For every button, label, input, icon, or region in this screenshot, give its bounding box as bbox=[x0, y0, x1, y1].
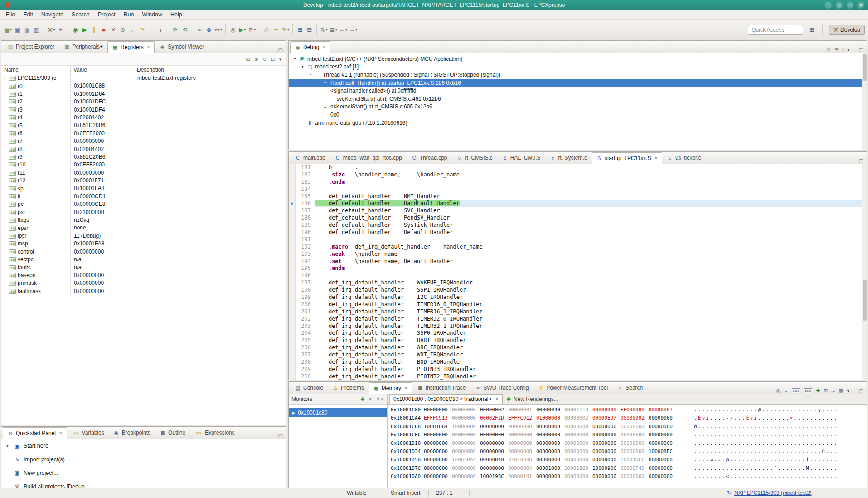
register-row[interactable]: 1010r00x10001C88 bbox=[1, 82, 286, 90]
memory-cell[interactable]: FF000000 bbox=[621, 406, 649, 414]
code-line[interactable]: 182 .size \handler_name, . - \handler_na… bbox=[289, 171, 867, 179]
memory-row[interactable]: 0x10001D10000000000000000000000000000000… bbox=[388, 439, 867, 448]
memory-cell[interactable]: 00000040 bbox=[536, 406, 564, 414]
quickstart-item-start-here[interactable]: ▾▣Start here bbox=[1, 439, 286, 453]
unlink-icon[interactable]: ⊗ bbox=[204, 24, 213, 35]
annotate-icon[interactable]: ✎▾ bbox=[281, 24, 290, 35]
add-rendering-icon[interactable]: ✚ bbox=[506, 396, 511, 402]
link-icon[interactable]: ∞ bbox=[194, 24, 204, 35]
memory-cell[interactable]: 01040300 bbox=[508, 456, 536, 464]
code-line[interactable]: 190 def_default_handler Default_Handler bbox=[289, 229, 867, 236]
remove-register-group-icon[interactable]: ⊖ bbox=[262, 56, 267, 62]
menu-navigate[interactable]: Navigate bbox=[37, 10, 68, 19]
new-window-icon[interactable]: ⊞ bbox=[295, 24, 305, 35]
code-line[interactable]: 202 def_irq_default_handler TIMER32_0_IR… bbox=[289, 316, 867, 323]
clean-icon[interactable]: ✦ bbox=[56, 24, 65, 35]
close-tab-icon[interactable]: ✕ bbox=[495, 397, 499, 401]
memory-row[interactable]: 0x10001C80000000000000000000000002000000… bbox=[388, 406, 867, 414]
pause-icon[interactable]: ∥ bbox=[89, 24, 99, 35]
editor-scrollbar[interactable] bbox=[862, 164, 867, 380]
run-config-icon[interactable]: ▶▾ bbox=[238, 24, 247, 35]
memory-cell[interactable]: 00000000 bbox=[536, 439, 564, 448]
memory-cell[interactable]: 00000000 bbox=[649, 464, 677, 473]
tab-outline[interactable]: ≣Outline bbox=[155, 427, 190, 439]
maximize-view-icon[interactable]: ▢ bbox=[278, 433, 283, 439]
menu-window[interactable]: Window bbox=[138, 10, 166, 19]
memory-cell[interactable]: 00000000 bbox=[621, 448, 649, 456]
tab-project-explorer[interactable]: ▤Project Explorer bbox=[3, 41, 59, 53]
tab-expressions[interactable]: x+yExpressions bbox=[190, 427, 239, 439]
tab-debug[interactable]: ◉Debug✕ bbox=[290, 41, 330, 53]
code-line[interactable]: 204 def_irq_default_handler SSP0_IRQHand… bbox=[289, 330, 867, 337]
memory-cell[interactable]: 00000000 bbox=[649, 456, 677, 464]
memory-cell[interactable]: 00000002 bbox=[621, 414, 649, 422]
code-line[interactable]: 187 def_default_handler SVC_Handler bbox=[289, 207, 867, 215]
step-into-icon[interactable]: ↓ bbox=[127, 24, 137, 35]
filter-icon[interactable]: ≣▾ bbox=[329, 24, 338, 35]
memory-cell[interactable]: 00000000 bbox=[592, 431, 621, 439]
register-row[interactable]: 1010control0x00000000 bbox=[1, 248, 286, 256]
minimize-view-icon[interactable]: − bbox=[853, 388, 855, 394]
tab-variables[interactable]: (x)=Variables bbox=[67, 427, 109, 439]
code-line[interactable]: 210 def_irq_default_handler PIOINT2_IRQH… bbox=[289, 373, 867, 380]
code-line[interactable]: 207 def_irq_default_handler WDT_IRQHandl… bbox=[289, 352, 867, 359]
instruction-stepping-icon[interactable]: i bbox=[156, 24, 165, 35]
run-icon[interactable]: ▶ bbox=[80, 24, 89, 35]
close-tab-icon[interactable]: ✕ bbox=[654, 156, 658, 161]
register-row[interactable]: 1010basepri0x00000000 bbox=[1, 272, 286, 279]
memory-cell[interactable]: 00000000 bbox=[564, 431, 592, 439]
debug-scrollbar[interactable] bbox=[862, 53, 867, 150]
memory-cell[interactable]: 00000000 bbox=[452, 414, 480, 422]
forward-icon[interactable]: →▾ bbox=[348, 24, 358, 35]
memory-cell[interactable]: 100008FC bbox=[649, 448, 677, 456]
memory-cell[interactable]: 00000000 bbox=[536, 456, 564, 464]
memory-row[interactable]: 0x10001CEC000000000000000000000000000000… bbox=[388, 431, 867, 439]
memory-cell[interactable]: 00000000 bbox=[621, 473, 649, 481]
register-row[interactable]: 1010pc0x00000CE8 bbox=[1, 200, 286, 208]
memory-cell[interactable]: 10001DA4 bbox=[452, 456, 480, 464]
quickstart-item-import-project-s[interactable]: ⇘Import project(s) bbox=[1, 453, 286, 466]
memory-cell[interactable]: 1000193C bbox=[480, 473, 508, 481]
register-row[interactable]: 1010msp0x10001FA8 bbox=[1, 240, 286, 248]
memory-cell[interactable]: 00000000 bbox=[649, 414, 677, 422]
rendering-tab-new-renderings[interactable]: ✚New Renderings... bbox=[503, 394, 562, 404]
step-over-icon[interactable]: ↷ bbox=[137, 24, 146, 35]
debug-tree-row[interactable]: ≡HardFault_Handler() at startup_LPC11xx.… bbox=[289, 79, 867, 87]
quickstart-item-build-all-projects-debug[interactable]: ⚒Build all projects [Debug bbox=[1, 480, 286, 488]
memory-cell[interactable]: 00000000 bbox=[508, 439, 536, 448]
expander-icon[interactable]: ▾ bbox=[307, 73, 314, 77]
step-return-icon[interactable]: ↑ bbox=[146, 24, 156, 35]
memory-cell[interactable]: 00000002 bbox=[564, 414, 592, 422]
code-line[interactable]: 191 bbox=[289, 236, 867, 244]
code-line[interactable]: 195 .endm bbox=[289, 265, 867, 272]
save-all-icon[interactable]: ▣ bbox=[22, 24, 32, 35]
print-icon[interactable]: ▥ bbox=[32, 24, 41, 35]
maximize-view-icon[interactable]: ▢ bbox=[278, 47, 283, 53]
memory-row[interactable]: 0x10001D34000000000000000000000000000000… bbox=[388, 448, 867, 456]
save-icon[interactable]: ▣ bbox=[13, 24, 22, 35]
external-tools-icon[interactable]: ⚙▾ bbox=[247, 24, 257, 35]
tab-thread-cpp[interactable]: CThread.cpp bbox=[407, 152, 452, 164]
debug-tree-row[interactable]: ≡osKernelStart() at rt_CMSIS.c:605 0x12b… bbox=[289, 103, 867, 111]
tab-rt-system-c[interactable]: crt_System.c bbox=[545, 152, 592, 164]
code-line[interactable]: 203 def_irq_default_handler TIMER32_1_IR… bbox=[289, 323, 867, 330]
expander-icon[interactable]: ▾ bbox=[291, 57, 298, 61]
memory-cell[interactable]: 00000000 bbox=[480, 464, 508, 473]
minimize-view-icon[interactable]: − bbox=[853, 158, 855, 164]
open-perspective-icon[interactable]: ⊞ bbox=[807, 24, 816, 35]
maximize-icon[interactable]: ▢ bbox=[847, 2, 853, 9]
register-row[interactable]: 1010lr0x00000CD1 bbox=[1, 193, 286, 200]
register-row[interactable]: 1010r20x10001DFC bbox=[1, 98, 286, 106]
debug-tree-row[interactable]: ▾≡Thread #1 1 (runnable) (Suspended : Si… bbox=[289, 71, 867, 79]
pin-memory-icon[interactable]: ◎ bbox=[776, 388, 781, 394]
tab-us-ticker-c[interactable]: cus_ticker.c bbox=[662, 152, 706, 164]
memory-row[interactable]: 0x10001D580000000010001DA400000040010403… bbox=[388, 456, 867, 464]
memory-cell[interactable]: 00000000 bbox=[480, 448, 508, 456]
memory-cell[interactable]: 00000000 bbox=[592, 423, 621, 431]
memory-cell[interactable]: 00000000 bbox=[508, 431, 536, 439]
memory-cell[interactable]: 00000000 bbox=[621, 439, 649, 448]
collapse-stack-icon[interactable]: ⊟ bbox=[834, 47, 839, 53]
memory-cell[interactable]: 00000000 bbox=[452, 448, 480, 456]
debug-attach-icon[interactable]: ◉ bbox=[70, 24, 80, 35]
memory-cell[interactable]: 10001DCC bbox=[621, 456, 649, 464]
